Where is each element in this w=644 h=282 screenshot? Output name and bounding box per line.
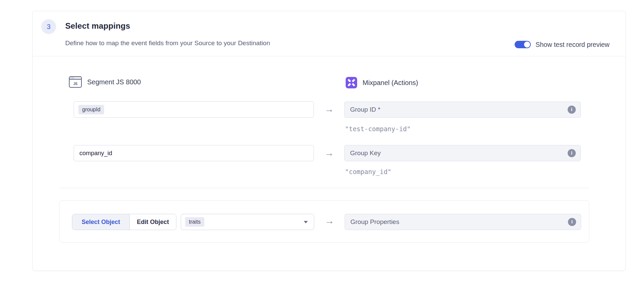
card-header: 3 Select mappings Define how to map the … (33, 11, 625, 56)
test-preview-value: "company_id" (345, 167, 391, 176)
destination-field: Group Key i (344, 145, 581, 161)
selected-object-chip: traits (185, 217, 204, 227)
source-field-input[interactable] (74, 145, 314, 161)
object-select-dropdown[interactable]: traits (181, 214, 314, 230)
source-field-text-input[interactable] (78, 150, 298, 157)
select-mappings-card: 3 Select mappings Define how to map the … (32, 11, 626, 271)
chevron-down-icon (304, 221, 308, 223)
page-title: Select mappings (65, 21, 130, 31)
destination-name: Mixpanel (Actions) (363, 79, 418, 87)
test-preview-value: "test-company-id" (345, 124, 411, 133)
arrow-right-icon: → (322, 103, 336, 116)
destination-field: Group ID * i (344, 102, 581, 118)
destination-column-header: Mixpanel (Actions) (346, 77, 418, 88)
destination-field: Group Properties i (345, 214, 581, 230)
browser-dots (71, 78, 74, 78)
source-name: Segment JS 8000 (87, 78, 141, 86)
arrow-right-icon: → (322, 146, 336, 160)
mixpanel-icon (346, 77, 357, 88)
info-icon[interactable]: i (568, 218, 576, 226)
source-field-input[interactable]: groupId (74, 101, 314, 118)
info-icon[interactable]: i (568, 106, 576, 114)
source-column-header: JS Segment JS 8000 (69, 76, 141, 88)
destination-field-label: Group ID * (350, 106, 568, 113)
select-object-button[interactable]: Select Object (72, 214, 130, 230)
js-icon-label: JS (70, 80, 81, 87)
object-mode-segmented-control: Select Object Edit Object (72, 214, 176, 230)
object-mapping-card: Select Object Edit Object traits → Group… (59, 200, 589, 243)
page-subtitle: Define how to map the event fields from … (65, 39, 270, 48)
page: 3 Select mappings Define how to map the … (0, 0, 644, 282)
source-field-chip[interactable]: groupId (78, 105, 104, 114)
step-number-badge: 3 (41, 19, 56, 34)
toggle-knob (524, 41, 530, 48)
arrow-right-icon: → (323, 214, 336, 228)
destination-field-label: Group Properties (350, 218, 568, 226)
show-test-record-preview-toggle[interactable] (515, 41, 531, 48)
destination-field-label: Group Key (350, 149, 568, 157)
edit-object-button[interactable]: Edit Object (130, 214, 176, 230)
toggle-label: Show test record preview (536, 40, 610, 49)
section-divider (60, 188, 589, 188)
info-icon[interactable]: i (568, 149, 576, 157)
javascript-source-icon: JS (69, 76, 82, 88)
